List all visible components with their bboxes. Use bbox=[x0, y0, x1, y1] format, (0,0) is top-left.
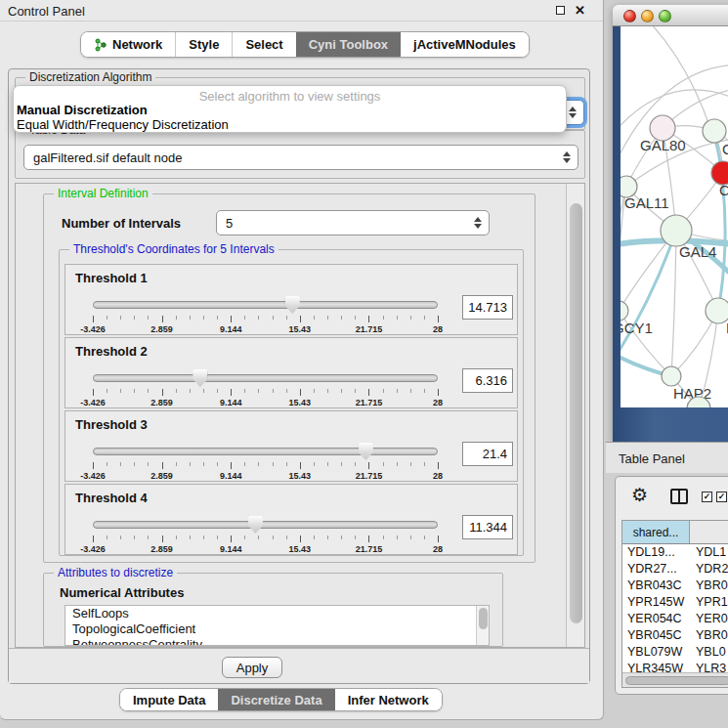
dropdown-option-manual-discretization[interactable]: Manual Discretization bbox=[17, 103, 148, 117]
network-canvas[interactable]: GAL80GCGAL11GAL4GCY1HHAP2 bbox=[621, 26, 728, 407]
slider-track[interactable] bbox=[93, 374, 438, 382]
network-edge-highlighted[interactable] bbox=[714, 131, 725, 311]
gear-icon[interactable]: ⚙ bbox=[631, 485, 648, 506]
checkbox-icon[interactable]: ✓ bbox=[716, 492, 727, 502]
attribute-list-item[interactable]: TopologicalCoefficient bbox=[65, 621, 489, 637]
slider-thumb[interactable] bbox=[285, 296, 300, 314]
close-traffic-light-icon[interactable] bbox=[623, 10, 636, 22]
slider-thumb[interactable] bbox=[359, 443, 373, 460]
tick-mark bbox=[162, 316, 163, 322]
table-row[interactable]: YBR045CYBR0 bbox=[622, 627, 728, 644]
cell-name[interactable]: YLR3 bbox=[690, 661, 728, 672]
zoom-traffic-light-icon[interactable] bbox=[659, 10, 671, 22]
cell-name[interactable]: YBR0 bbox=[690, 627, 728, 644]
tick-mark bbox=[258, 389, 259, 393]
tab-cyni-toolbox[interactable]: Cyni Toolbox bbox=[296, 32, 401, 57]
column-header-shared-name[interactable]: shared... bbox=[622, 521, 690, 543]
attribute-list-item[interactable]: BetweennessCentrality bbox=[65, 637, 489, 646]
table-row[interactable]: YBR043CYBR0 bbox=[622, 578, 728, 594]
network-node[interactable] bbox=[706, 298, 728, 323]
columns-icon[interactable] bbox=[670, 489, 688, 504]
table-row[interactable]: YDL19...YDL1 bbox=[622, 544, 728, 561]
cell-name[interactable]: YBL0 bbox=[690, 644, 728, 661]
tab-impute-data[interactable]: Impute Data bbox=[120, 689, 218, 710]
threshold-value-field[interactable]: 14.713 bbox=[462, 295, 513, 320]
slider-track[interactable] bbox=[93, 448, 438, 455]
slider-thumb[interactable] bbox=[193, 369, 207, 387]
tab-jactivemnodules[interactable]: jActiveMNodules bbox=[401, 32, 529, 57]
tab-discretize-data[interactable]: Discretize Data bbox=[218, 689, 334, 710]
table-data-combobox[interactable]: galFiltered.sif default node bbox=[23, 145, 578, 170]
network-window-titlebar[interactable] bbox=[613, 5, 728, 26]
network-edge-highlighted[interactable] bbox=[621, 231, 676, 364]
tick-mark bbox=[327, 316, 328, 320]
cell-shared-name[interactable]: YBR043C bbox=[622, 578, 690, 594]
cell-name[interactable]: YDL1 bbox=[690, 544, 728, 561]
attribute-list-item[interactable]: SelfLoops bbox=[65, 606, 489, 621]
table-row[interactable]: YBL079WYBL0 bbox=[622, 644, 728, 661]
cell-shared-name[interactable]: YER054C bbox=[622, 611, 690, 627]
network-node[interactable] bbox=[662, 366, 681, 386]
column-header-name[interactable]: na bbox=[690, 521, 728, 543]
cell-name[interactable]: YBR0 bbox=[690, 578, 728, 594]
cell-shared-name[interactable]: YPR145W bbox=[622, 594, 690, 611]
cell-shared-name[interactable]: YDR27... bbox=[622, 561, 690, 578]
tick-mark bbox=[134, 316, 135, 320]
threshold-label: Threshold 3 bbox=[75, 417, 148, 432]
cell-shared-name[interactable]: YBL079W bbox=[622, 644, 690, 661]
threshold-slider[interactable]: -3.4262.8599.14415.4321.71528 bbox=[93, 441, 438, 482]
dropdown-option-equal-width-frequency[interactable]: Equal Width/Frequency Discretization bbox=[17, 117, 229, 132]
scrollbar-thumb[interactable] bbox=[625, 676, 728, 685]
network-node[interactable] bbox=[661, 215, 692, 246]
table-horizontal-scrollbar[interactable] bbox=[622, 672, 728, 687]
tab-style[interactable]: Style bbox=[175, 32, 232, 57]
threshold-value-field[interactable]: 6.316 bbox=[462, 368, 513, 393]
threshold-slider[interactable]: -3.4262.8599.14415.4321.71528 bbox=[93, 294, 438, 335]
num-intervals-combobox[interactable]: 5 bbox=[216, 210, 490, 236]
tick-label: 9.144 bbox=[220, 471, 242, 481]
minimize-traffic-light-icon[interactable] bbox=[641, 10, 654, 22]
table-row[interactable]: YLR345WYLR3 bbox=[622, 661, 728, 672]
tick-mark bbox=[162, 535, 163, 542]
cell-name[interactable]: YDR2 bbox=[690, 561, 728, 578]
network-node[interactable] bbox=[621, 301, 628, 321]
network-edge[interactable] bbox=[671, 231, 676, 376]
slider-track[interactable] bbox=[93, 301, 438, 309]
tab-infer-network[interactable]: Infer Network bbox=[335, 689, 442, 710]
tick-label: 2.859 bbox=[150, 324, 173, 334]
tab-select[interactable]: Select bbox=[232, 32, 295, 57]
settings-vertical-scrollbar[interactable] bbox=[566, 184, 584, 647]
cell-name[interactable]: YPR1 bbox=[690, 594, 728, 611]
list-scrollbar[interactable] bbox=[476, 606, 489, 645]
table-row[interactable]: YPR145WYPR1 bbox=[622, 594, 728, 611]
tick-mark bbox=[397, 535, 398, 539]
threshold-value-field[interactable]: 21.4 bbox=[462, 442, 513, 466]
desktop: Control Panel ✕ Network Style Select bbox=[0, 0, 728, 728]
combobox-stepper-icon bbox=[563, 151, 571, 163]
threshold-slider[interactable]: -3.4262.8599.14415.4321.71528 bbox=[93, 514, 438, 555]
tick-mark bbox=[341, 462, 342, 466]
cell-name[interactable]: YER0 bbox=[690, 611, 728, 627]
scrollbar-thumb[interactable] bbox=[570, 203, 582, 623]
cell-shared-name[interactable]: YLR345W bbox=[622, 661, 690, 672]
table-row[interactable]: YER054CYER0 bbox=[622, 611, 728, 627]
float-icon[interactable] bbox=[556, 6, 565, 15]
network-node[interactable] bbox=[703, 119, 726, 143]
tick-mark bbox=[368, 316, 369, 322]
table-row[interactable]: YDR27...YDR2 bbox=[622, 561, 728, 578]
cell-shared-name[interactable]: YBR045C bbox=[622, 627, 690, 644]
slider-track[interactable] bbox=[93, 521, 438, 529]
tick-mark bbox=[314, 462, 315, 466]
close-icon[interactable]: ✕ bbox=[575, 4, 585, 17]
list-scrollbar-thumb[interactable] bbox=[479, 608, 488, 629]
attributes-list[interactable]: SelfLoopsTopologicalCoefficientBetweenne… bbox=[64, 605, 490, 646]
tick-mark bbox=[327, 389, 328, 393]
checkbox-icon[interactable]: ✓ bbox=[702, 492, 712, 502]
cell-shared-name[interactable]: YDL19... bbox=[622, 544, 690, 561]
slider-thumb[interactable] bbox=[248, 516, 263, 534]
threshold-slider[interactable]: -3.4262.8599.14415.4321.71528 bbox=[93, 367, 438, 408]
apply-button[interactable]: Apply bbox=[222, 657, 282, 678]
tab-network[interactable]: Network bbox=[81, 32, 175, 57]
tick-mark bbox=[314, 389, 315, 393]
threshold-value-field[interactable]: 11.344 bbox=[462, 515, 513, 539]
